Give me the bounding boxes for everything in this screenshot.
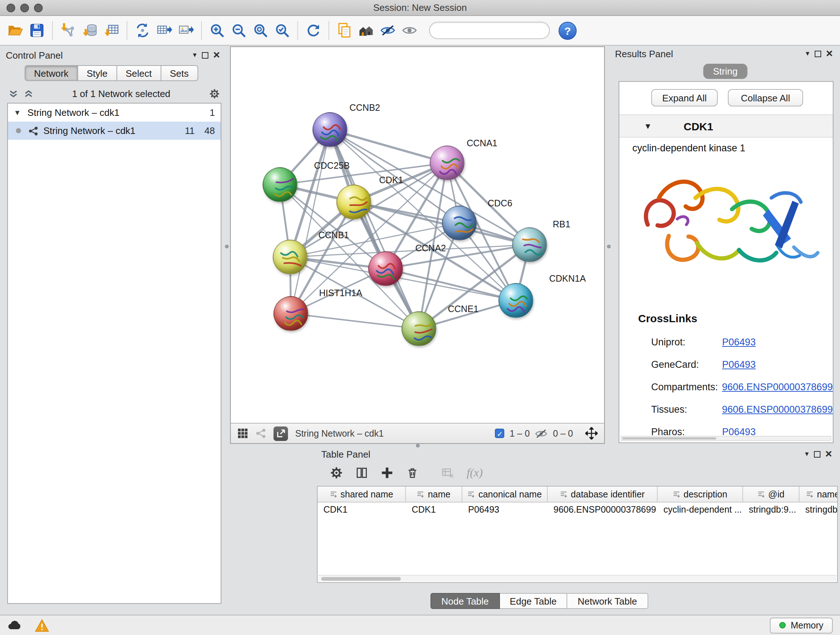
table-cell[interactable]: cyclin-dependent ... [658,502,743,517]
column-header-canonical-name[interactable]: canonical name [462,486,548,502]
save-session-button[interactable] [26,18,48,43]
tab-network[interactable]: Network [25,65,78,81]
zoom-in-button[interactable] [206,18,228,43]
node-CDC6[interactable] [442,206,477,241]
memory-button[interactable]: Memory [770,617,833,633]
panel-float-button[interactable] [814,50,821,57]
zoom-selected-button[interactable] [271,18,293,43]
crosslink-link[interactable]: P06493 [722,337,756,348]
tab-sets[interactable]: Sets [161,65,198,81]
splitter-handle[interactable] [225,245,229,249]
delete-column-trash-icon[interactable] [406,466,419,479]
node-CDKN1A[interactable] [499,283,533,318]
tab-edge-table[interactable]: Edge Table [500,593,568,609]
selected-checkbox-icon[interactable]: ✓ [495,429,505,438]
splitter-handle[interactable] [607,245,611,249]
show-all-button[interactable] [399,18,420,43]
column-header--id[interactable]: @id [743,486,799,502]
hidden-eye-slash-icon[interactable] [535,428,548,439]
network-collection-row[interactable]: ▼ String Network – cdk1 1 [8,103,221,122]
panel-menu-caret-icon[interactable]: ▾ [805,450,808,458]
collapse-all-button[interactable]: Collapse All [728,89,803,106]
gene-section-header[interactable]: ▼ CDK1 [619,114,833,138]
crosslink-link[interactable]: P06493 [722,359,756,370]
collapse-all-icon[interactable] [9,89,18,98]
panel-menu-caret-icon[interactable]: ▾ [193,51,196,59]
node-CCNE1[interactable] [401,311,436,346]
status-bar: Memory [0,615,840,635]
cloud-status-button[interactable] [7,620,23,631]
warnings-button[interactable] [35,619,49,632]
column-header-database-identifier[interactable]: database identifier [548,486,658,502]
panel-float-button[interactable] [813,451,820,457]
tab-select[interactable]: Select [117,65,161,81]
node-HIST1H1A[interactable] [273,296,308,331]
node-CCNA2[interactable] [368,251,403,286]
network-row[interactable]: String Network – cdk1 11 48 [8,122,221,140]
import-network-database-button[interactable] [79,18,101,43]
gear-icon[interactable] [209,88,220,99]
node-CCNA1[interactable] [430,146,464,180]
panel-close-button[interactable]: × [826,48,833,59]
copy-button[interactable] [333,18,355,43]
gene-collapse-caret-icon[interactable]: ▼ [644,122,652,130]
share-network-icon[interactable] [256,428,266,439]
expand-all-icon[interactable] [24,89,33,98]
open-in-new-window-button[interactable] [273,426,288,440]
panel-close-button[interactable]: × [213,49,220,61]
results-tab-string[interactable]: String [703,64,748,79]
crosshair-icon[interactable] [585,427,598,440]
tab-node-table[interactable]: Node Table [431,593,500,609]
clone-network-button[interactable] [132,18,153,43]
column-header-shared-name[interactable]: shared name [317,486,406,502]
node-CCNB2[interactable] [313,112,347,147]
table-cell[interactable]: CDK1 [317,502,406,517]
panel-close-button[interactable]: × [825,448,832,460]
export-image-button[interactable] [175,18,197,43]
tab-style[interactable]: Style [78,65,117,81]
crosslink-link[interactable]: 9606.ENSP00000378699 [722,382,833,393]
open-session-button[interactable] [4,18,26,43]
birds-eye-grid-icon[interactable] [237,428,248,439]
fit-content-button[interactable] [249,18,271,43]
column-header-namespac[interactable]: namespac [799,486,838,502]
table-cell[interactable]: CDK1 [406,502,462,517]
node-CCNB1[interactable] [273,240,308,274]
column-type-icon [467,491,475,498]
network-edges [231,47,604,423]
results-horizontal-scrollbar[interactable] [621,436,831,441]
table-cell[interactable]: 9606.ENSP00000378699 [548,502,658,517]
table-horizontal-scrollbar[interactable] [318,575,836,581]
show-columns-icon[interactable] [355,466,368,479]
expand-all-button[interactable]: Expand All [651,89,718,106]
tab-network-table[interactable]: Network Table [568,593,648,609]
window-close-button[interactable] [6,4,15,12]
hide-selected-button[interactable] [377,18,399,43]
zoom-out-button[interactable] [228,18,249,43]
import-table-button[interactable] [101,18,122,43]
table-cell[interactable]: stringdb:9... [743,502,799,517]
node-CDK1[interactable] [336,185,371,219]
search-input[interactable] [439,25,551,35]
column-header-description[interactable]: description [658,486,743,502]
panel-menu-caret-icon[interactable]: ▾ [806,50,809,57]
help-button[interactable]: ? [559,21,576,40]
panel-float-button[interactable] [202,52,208,58]
node-CDC25B[interactable] [263,167,297,202]
export-table-button[interactable] [153,18,175,43]
table-cell[interactable]: stringdb [799,502,838,517]
refresh-view-button[interactable] [302,18,324,43]
window-zoom-button[interactable] [34,4,43,12]
crosslink-link[interactable]: 9606.ENSP00000378699 [722,404,833,415]
table-settings-gear-icon[interactable] [330,466,343,479]
home-button[interactable] [355,18,377,43]
tree-expand-caret-icon[interactable]: ▼ [14,109,21,117]
column-header-name[interactable]: name [406,486,462,502]
window-minimize-button[interactable] [20,4,29,12]
table-data-row[interactable]: CDK1CDK1P064939606.ENSP00000378699cyclin… [317,502,837,517]
node-RB1[interactable] [512,227,547,262]
network-canvas[interactable]: CCNB2CCNA1CDC25BCDK1CDC6RB1CCNB1CCNA2CDK… [231,47,604,423]
import-network-file-button[interactable] [57,18,79,43]
add-column-icon[interactable] [381,466,393,479]
table-cell[interactable]: P06493 [462,502,548,517]
